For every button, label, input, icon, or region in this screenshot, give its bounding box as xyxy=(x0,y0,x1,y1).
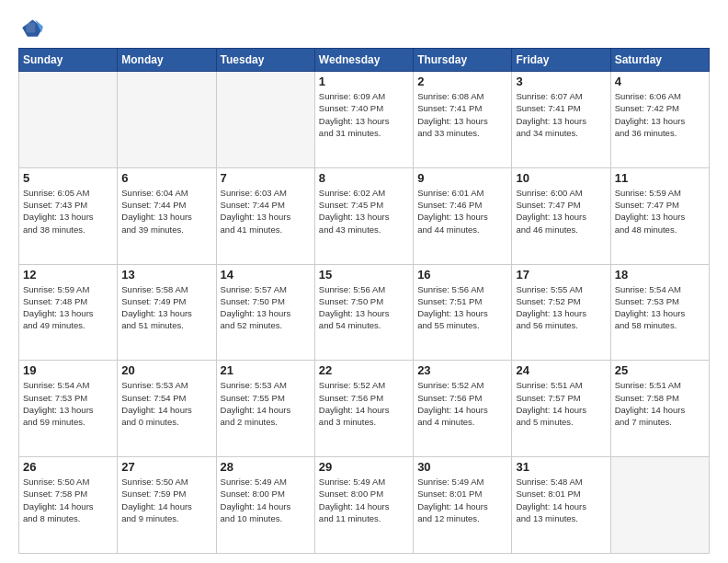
day-info: Sunrise: 6:01 AM Sunset: 7:46 PM Dayligh… xyxy=(417,187,507,236)
calendar-cell xyxy=(118,72,216,168)
calendar-cell: 2Sunrise: 6:08 AM Sunset: 7:41 PM Daylig… xyxy=(414,72,512,168)
calendar-cell xyxy=(19,72,118,168)
day-info: Sunrise: 5:48 AM Sunset: 8:01 PM Dayligh… xyxy=(516,476,606,524)
day-info: Sunrise: 5:59 AM Sunset: 7:47 PM Dayligh… xyxy=(615,187,705,236)
col-header-tuesday: Tuesday xyxy=(216,49,314,72)
week-row-1: 1Sunrise: 6:09 AM Sunset: 7:40 PM Daylig… xyxy=(19,72,710,168)
day-number: 28 xyxy=(221,460,311,474)
calendar-cell: 24Sunrise: 5:51 AM Sunset: 7:57 PM Dayli… xyxy=(512,361,610,457)
calendar-header-row: SundayMondayTuesdayWednesdayThursdayFrid… xyxy=(19,49,710,72)
day-info: Sunrise: 5:54 AM Sunset: 7:53 PM Dayligh… xyxy=(23,379,113,428)
calendar-cell: 3Sunrise: 6:07 AM Sunset: 7:41 PM Daylig… xyxy=(512,72,610,168)
day-info: Sunrise: 5:56 AM Sunset: 7:51 PM Dayligh… xyxy=(417,283,507,332)
calendar-cell: 22Sunrise: 5:52 AM Sunset: 7:56 PM Dayli… xyxy=(314,361,413,457)
week-row-3: 12Sunrise: 5:59 AM Sunset: 7:48 PM Dayli… xyxy=(19,264,710,361)
day-number: 5 xyxy=(23,171,113,185)
day-number: 2 xyxy=(417,75,507,88)
day-number: 7 xyxy=(221,171,311,185)
day-number: 18 xyxy=(615,268,705,282)
calendar-cell: 26Sunrise: 5:50 AM Sunset: 7:58 PM Dayli… xyxy=(19,457,118,554)
calendar-cell: 11Sunrise: 5:59 AM Sunset: 7:47 PM Dayli… xyxy=(610,167,709,264)
day-number: 6 xyxy=(121,171,211,185)
day-info: Sunrise: 6:08 AM Sunset: 7:41 PM Dayligh… xyxy=(417,90,507,139)
day-info: Sunrise: 5:52 AM Sunset: 7:56 PM Dayligh… xyxy=(417,379,507,428)
calendar-cell: 21Sunrise: 5:53 AM Sunset: 7:55 PM Dayli… xyxy=(216,361,314,457)
day-info: Sunrise: 6:09 AM Sunset: 7:40 PM Dayligh… xyxy=(319,90,409,139)
calendar-cell: 15Sunrise: 5:56 AM Sunset: 7:50 PM Dayli… xyxy=(314,264,413,361)
day-info: Sunrise: 5:51 AM Sunset: 7:58 PM Dayligh… xyxy=(615,379,705,428)
day-number: 14 xyxy=(221,268,311,282)
day-info: Sunrise: 5:52 AM Sunset: 7:56 PM Dayligh… xyxy=(319,379,409,428)
day-info: Sunrise: 5:59 AM Sunset: 7:48 PM Dayligh… xyxy=(23,283,113,332)
day-info: Sunrise: 6:05 AM Sunset: 7:43 PM Dayligh… xyxy=(23,187,113,236)
week-row-2: 5Sunrise: 6:05 AM Sunset: 7:43 PM Daylig… xyxy=(19,167,710,264)
day-number: 29 xyxy=(319,460,409,474)
week-row-5: 26Sunrise: 5:50 AM Sunset: 7:58 PM Dayli… xyxy=(19,457,710,554)
day-number: 3 xyxy=(516,75,606,88)
col-header-wednesday: Wednesday xyxy=(314,49,413,72)
day-info: Sunrise: 5:50 AM Sunset: 7:58 PM Dayligh… xyxy=(23,476,113,524)
day-info: Sunrise: 6:02 AM Sunset: 7:45 PM Dayligh… xyxy=(319,187,409,236)
day-number: 26 xyxy=(23,460,113,474)
col-header-friday: Friday xyxy=(512,49,610,72)
day-number: 25 xyxy=(615,363,705,377)
header xyxy=(18,15,710,40)
calendar-cell: 5Sunrise: 6:05 AM Sunset: 7:43 PM Daylig… xyxy=(19,167,118,264)
calendar-cell: 19Sunrise: 5:54 AM Sunset: 7:53 PM Dayli… xyxy=(19,361,118,457)
day-number: 4 xyxy=(615,75,705,88)
calendar-cell: 30Sunrise: 5:49 AM Sunset: 8:01 PM Dayli… xyxy=(414,457,512,554)
calendar-cell: 20Sunrise: 5:53 AM Sunset: 7:54 PM Dayli… xyxy=(118,361,216,457)
calendar-cell: 27Sunrise: 5:50 AM Sunset: 7:59 PM Dayli… xyxy=(118,457,216,554)
day-info: Sunrise: 5:57 AM Sunset: 7:50 PM Dayligh… xyxy=(221,283,311,332)
day-number: 17 xyxy=(516,268,606,282)
day-info: Sunrise: 5:53 AM Sunset: 7:54 PM Dayligh… xyxy=(121,379,211,428)
day-number: 27 xyxy=(121,460,211,474)
day-number: 15 xyxy=(319,268,409,282)
calendar-cell: 8Sunrise: 6:02 AM Sunset: 7:45 PM Daylig… xyxy=(314,167,413,264)
day-info: Sunrise: 5:51 AM Sunset: 7:57 PM Dayligh… xyxy=(516,379,606,428)
calendar-cell: 9Sunrise: 6:01 AM Sunset: 7:46 PM Daylig… xyxy=(414,167,512,264)
calendar-cell: 1Sunrise: 6:09 AM Sunset: 7:40 PM Daylig… xyxy=(314,72,413,168)
day-number: 13 xyxy=(121,268,211,282)
calendar-table: SundayMondayTuesdayWednesdayThursdayFrid… xyxy=(18,48,710,554)
day-number: 30 xyxy=(417,460,507,474)
col-header-sunday: Sunday xyxy=(19,49,118,72)
calendar-cell: 23Sunrise: 5:52 AM Sunset: 7:56 PM Dayli… xyxy=(414,361,512,457)
calendar-cell: 12Sunrise: 5:59 AM Sunset: 7:48 PM Dayli… xyxy=(19,264,118,361)
day-number: 24 xyxy=(516,363,606,377)
calendar-cell xyxy=(216,72,314,168)
day-info: Sunrise: 5:50 AM Sunset: 7:59 PM Dayligh… xyxy=(121,476,211,524)
day-info: Sunrise: 6:00 AM Sunset: 7:47 PM Dayligh… xyxy=(516,187,606,236)
day-number: 9 xyxy=(417,171,507,185)
calendar-cell: 31Sunrise: 5:48 AM Sunset: 8:01 PM Dayli… xyxy=(512,457,610,554)
calendar-cell: 25Sunrise: 5:51 AM Sunset: 7:58 PM Dayli… xyxy=(610,361,709,457)
page: SundayMondayTuesdayWednesdayThursdayFrid… xyxy=(0,0,728,563)
calendar-cell: 28Sunrise: 5:49 AM Sunset: 8:00 PM Dayli… xyxy=(216,457,314,554)
logo xyxy=(18,15,46,40)
calendar-cell: 4Sunrise: 6:06 AM Sunset: 7:42 PM Daylig… xyxy=(610,72,709,168)
day-info: Sunrise: 6:06 AM Sunset: 7:42 PM Dayligh… xyxy=(615,90,705,139)
day-number: 22 xyxy=(319,363,409,377)
day-info: Sunrise: 5:58 AM Sunset: 7:49 PM Dayligh… xyxy=(121,283,211,332)
calendar-cell: 29Sunrise: 5:49 AM Sunset: 8:00 PM Dayli… xyxy=(314,457,413,554)
col-header-saturday: Saturday xyxy=(610,49,709,72)
day-number: 1 xyxy=(319,75,409,88)
day-number: 21 xyxy=(221,363,311,377)
day-info: Sunrise: 5:49 AM Sunset: 8:00 PM Dayligh… xyxy=(221,476,311,524)
day-number: 19 xyxy=(23,363,113,377)
day-number: 16 xyxy=(417,268,507,282)
calendar-cell xyxy=(610,457,709,554)
day-info: Sunrise: 5:56 AM Sunset: 7:50 PM Dayligh… xyxy=(319,283,409,332)
calendar-cell: 14Sunrise: 5:57 AM Sunset: 7:50 PM Dayli… xyxy=(216,264,314,361)
day-number: 23 xyxy=(417,363,507,377)
calendar-cell: 10Sunrise: 6:00 AM Sunset: 7:47 PM Dayli… xyxy=(512,167,610,264)
day-info: Sunrise: 5:55 AM Sunset: 7:52 PM Dayligh… xyxy=(516,283,606,332)
day-info: Sunrise: 6:03 AM Sunset: 7:44 PM Dayligh… xyxy=(221,187,311,236)
day-info: Sunrise: 5:49 AM Sunset: 8:00 PM Dayligh… xyxy=(319,476,409,524)
week-row-4: 19Sunrise: 5:54 AM Sunset: 7:53 PM Dayli… xyxy=(19,361,710,457)
day-info: Sunrise: 5:49 AM Sunset: 8:01 PM Dayligh… xyxy=(417,476,507,524)
col-header-monday: Monday xyxy=(118,49,216,72)
calendar-cell: 13Sunrise: 5:58 AM Sunset: 7:49 PM Dayli… xyxy=(118,264,216,361)
day-info: Sunrise: 6:04 AM Sunset: 7:44 PM Dayligh… xyxy=(121,187,211,236)
day-number: 11 xyxy=(615,171,705,185)
